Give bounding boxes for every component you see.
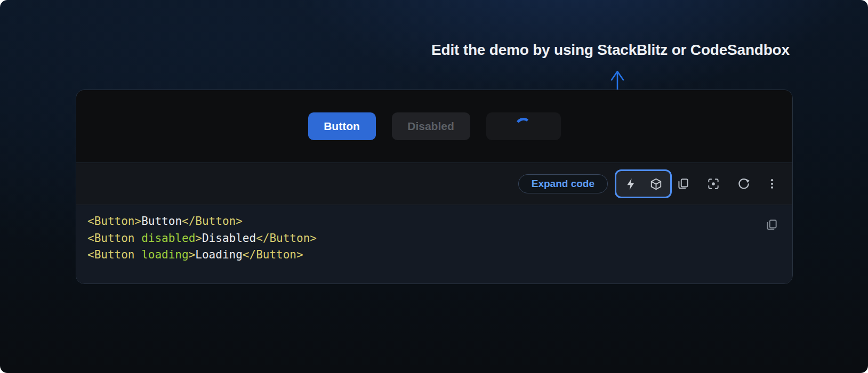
code-line: <Button>Button</Button> — [87, 213, 755, 230]
demo-toolbar: Expand code — [76, 163, 792, 205]
code-attr: loading — [135, 248, 189, 261]
loading-spinner-icon — [513, 116, 533, 136]
codesandbox-icon[interactable] — [649, 177, 663, 191]
code-line: <Button loading>Loading</Button> — [87, 247, 755, 264]
code-line: <Button disabled>Disabled</Button> — [87, 230, 755, 247]
annotation-title: Edit the demo by using StackBlitz or Cod… — [416, 42, 805, 59]
demo-card: Button Disabled Expand code — [76, 90, 793, 284]
primary-button[interactable]: Button — [308, 112, 376, 140]
code-tag: <Button — [87, 248, 135, 261]
edit-online-icon-group — [615, 169, 672, 198]
code-block: <Button>Button</Button> <Button disabled… — [76, 205, 792, 283]
code-tag: </Button> — [182, 215, 243, 228]
copy-icon[interactable] — [676, 177, 690, 191]
code-tag: <Button — [87, 215, 135, 228]
code-text: Loading — [195, 248, 243, 261]
isolate-icon[interactable] — [706, 177, 720, 191]
code-copy-icon[interactable] — [765, 218, 778, 233]
code-tag: </Button> — [256, 232, 317, 245]
code-tag: > — [135, 215, 142, 228]
refresh-icon[interactable] — [737, 177, 751, 191]
disabled-button[interactable]: Disabled — [392, 112, 470, 140]
more-icon[interactable] — [766, 177, 778, 190]
code-tag: </Button> — [243, 248, 303, 261]
code-text: Disabled — [202, 232, 256, 245]
code-tag: > — [195, 232, 202, 245]
demo-preview: Button Disabled — [76, 90, 792, 163]
code-text: Button — [141, 215, 182, 228]
loading-button[interactable] — [486, 112, 561, 140]
code-attr: disabled — [135, 232, 196, 245]
code-tag: > — [189, 248, 196, 261]
code-tag: <Button — [87, 232, 135, 245]
expand-code-button[interactable]: Expand code — [518, 174, 608, 193]
docs-demo-screen: Edit the demo by using StackBlitz or Cod… — [0, 0, 868, 373]
stackblitz-icon[interactable] — [624, 177, 638, 191]
